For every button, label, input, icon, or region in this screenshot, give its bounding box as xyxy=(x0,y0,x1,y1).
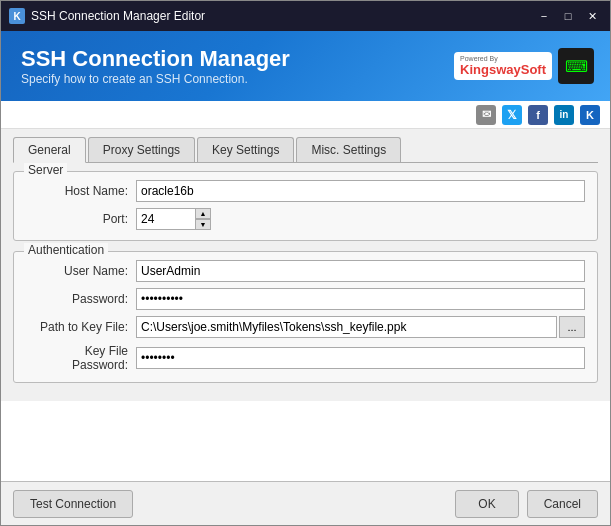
social-bar: ✉ 𝕏 f in K xyxy=(1,101,610,129)
password-row: Password: xyxy=(26,288,585,310)
auth-group-label: Authentication xyxy=(24,243,108,257)
close-button[interactable]: ✕ xyxy=(582,8,602,24)
header-subtitle: Specify how to create an SSH Connection. xyxy=(21,72,290,86)
logo-badge: Powered By KingswaySoft xyxy=(454,52,552,80)
auth-group: Authentication User Name: Password: Path… xyxy=(13,251,598,383)
window-title: SSH Connection Manager Editor xyxy=(31,9,205,23)
bottom-bar-right: OK Cancel xyxy=(455,490,598,518)
maximize-button[interactable]: □ xyxy=(558,8,578,24)
key-file-row: Path to Key File: ... xyxy=(26,316,585,338)
bottom-bar: Test Connection OK Cancel xyxy=(1,481,610,525)
port-input[interactable] xyxy=(136,208,196,230)
username-input[interactable] xyxy=(136,260,585,282)
header-banner: SSH Connection Manager Specify how to cr… xyxy=(1,31,610,101)
host-name-row: Host Name: xyxy=(26,180,585,202)
header-text: SSH Connection Manager Specify how to cr… xyxy=(21,46,290,86)
cancel-button[interactable]: Cancel xyxy=(527,490,598,518)
username-row: User Name: xyxy=(26,260,585,282)
test-connection-button[interactable]: Test Connection xyxy=(13,490,133,518)
spinner-down-button[interactable]: ▼ xyxy=(195,219,211,230)
tab-general[interactable]: General xyxy=(13,137,86,163)
username-label: User Name: xyxy=(26,264,136,278)
password-label: Password: xyxy=(26,292,136,306)
linkedin-social-icon[interactable]: in xyxy=(554,105,574,125)
minimize-button[interactable]: − xyxy=(534,8,554,24)
key-password-label: Key File Password: xyxy=(26,344,136,372)
key-file-input-group: ... xyxy=(136,316,585,338)
brand-name: KingswaySoft xyxy=(460,62,546,77)
title-bar: K SSH Connection Manager Editor − □ ✕ xyxy=(1,1,610,31)
key-password-input[interactable] xyxy=(136,347,585,369)
port-row: Port: ▲ ▼ xyxy=(26,208,585,230)
main-window: K SSH Connection Manager Editor − □ ✕ SS… xyxy=(0,0,611,526)
server-group: Server Host Name: Port: ▲ ▼ xyxy=(13,171,598,241)
app-icon: K xyxy=(9,8,25,24)
server-group-label: Server xyxy=(24,163,67,177)
password-input[interactable] xyxy=(136,288,585,310)
title-bar-left: K SSH Connection Manager Editor xyxy=(9,8,205,24)
twitter-social-icon[interactable]: 𝕏 xyxy=(502,105,522,125)
header-logo: Powered By KingswaySoft ⌨ xyxy=(454,48,594,84)
spinner-buttons: ▲ ▼ xyxy=(195,208,211,230)
browse-button[interactable]: ... xyxy=(559,316,585,338)
title-bar-controls: − □ ✕ xyxy=(534,8,602,24)
key-file-label: Path to Key File: xyxy=(26,320,136,334)
tab-bar: General Proxy Settings Key Settings Misc… xyxy=(13,137,598,163)
tab-key-settings[interactable]: Key Settings xyxy=(197,137,294,162)
main-content: General Proxy Settings Key Settings Misc… xyxy=(1,129,610,401)
powered-by-text: Powered By xyxy=(460,55,498,62)
facebook-social-icon[interactable]: f xyxy=(528,105,548,125)
header-title: SSH Connection Manager xyxy=(21,46,290,72)
k-social-icon[interactable]: K xyxy=(580,105,600,125)
key-file-input[interactable] xyxy=(136,316,557,338)
terminal-icon: ⌨ xyxy=(558,48,594,84)
tab-proxy-settings[interactable]: Proxy Settings xyxy=(88,137,195,162)
port-label: Port: xyxy=(26,212,136,226)
ok-button[interactable]: OK xyxy=(455,490,518,518)
host-name-label: Host Name: xyxy=(26,184,136,198)
key-password-row: Key File Password: xyxy=(26,344,585,372)
spinner-up-button[interactable]: ▲ xyxy=(195,208,211,219)
tab-misc-settings[interactable]: Misc. Settings xyxy=(296,137,401,162)
port-spinner: ▲ ▼ xyxy=(136,208,211,230)
host-name-input[interactable] xyxy=(136,180,585,202)
email-social-icon[interactable]: ✉ xyxy=(476,105,496,125)
